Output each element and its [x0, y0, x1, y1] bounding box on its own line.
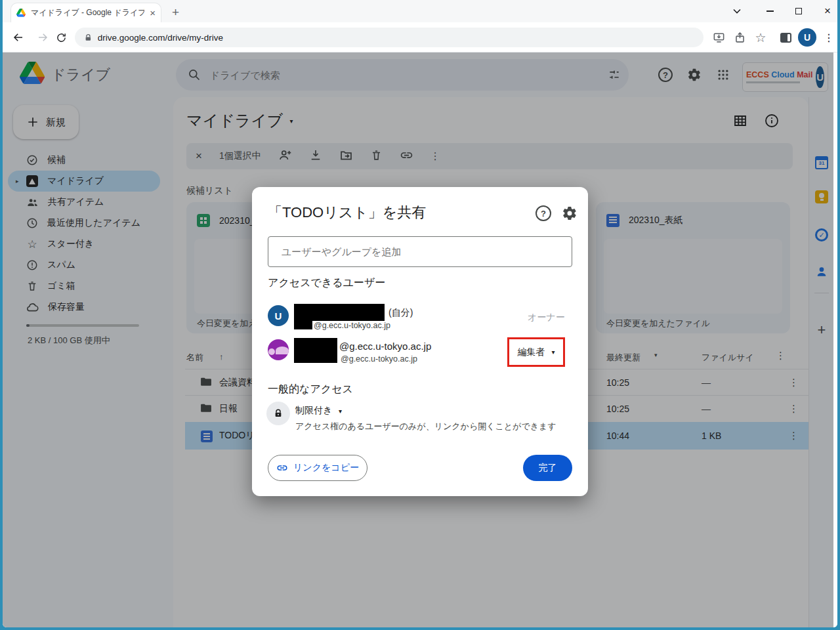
- editor-email: @g.ecc.u-tokyo.ac.jp: [341, 354, 417, 364]
- drive-favicon: [16, 9, 26, 17]
- titlebar: マイドライブ - Google ドライブ × + ×: [3, 0, 837, 22]
- window-minimize-button[interactable]: [761, 4, 778, 18]
- editor-role-dropdown-highlighted[interactable]: 編集者 ▾: [507, 337, 565, 367]
- restricted-lock-icon: [266, 402, 290, 425]
- tab-close-icon[interactable]: ×: [150, 8, 156, 18]
- general-access-dropdown[interactable]: 制限付き: [295, 405, 332, 417]
- general-access-header: 一般的なアクセス: [268, 383, 353, 396]
- chevron-down-icon[interactable]: ▾: [339, 408, 342, 415]
- people-with-access-header: アクセスできるユーザー: [268, 276, 385, 290]
- back-icon[interactable]: [11, 30, 26, 45]
- reload-icon[interactable]: [54, 30, 68, 45]
- editor-name-email: @g.ecc.u-tokyo.ac.jp: [339, 341, 431, 352]
- forward-icon[interactable]: [35, 30, 50, 45]
- owner-email: @g.ecc.u-tokyo.ac.jp: [314, 321, 390, 330]
- scrollbar-track[interactable]: [833, 52, 837, 627]
- browser-tab[interactable]: マイドライブ - Google ドライブ ×: [10, 3, 161, 22]
- owner-self-suffix: (自分): [388, 307, 413, 319]
- copy-link-button[interactable]: リンクをコピー: [268, 455, 368, 481]
- share-dialog: 「TODOリスト」を共有 ? アクセスできるユーザー U (自分) @g.ecc…: [252, 187, 588, 496]
- window-frame: マイドライブ - Google ドライブ × + × ☆ U ⋮ ドライブ: [0, 0, 840, 630]
- side-panel-icon[interactable]: [778, 30, 793, 45]
- dialog-title: 「TODOリスト」を共有: [268, 203, 426, 222]
- chevron-down-icon: ▾: [551, 348, 555, 356]
- owner-role-label: オーナー: [528, 312, 565, 324]
- browser-toolbar: ☆ U ⋮: [3, 22, 837, 52]
- redacted-owner-email-prefix: [294, 321, 312, 329]
- window-chevron-icon[interactable]: [728, 4, 746, 18]
- link-icon: [276, 462, 288, 474]
- add-people-input[interactable]: [268, 236, 572, 267]
- url-input[interactable]: [98, 33, 694, 43]
- window-maximize-button[interactable]: [790, 4, 807, 18]
- drive-page: ドライブ ? ECCS Cloud Mail U: [3, 52, 837, 627]
- dialog-help-icon[interactable]: ?: [536, 205, 551, 221]
- redacted-editor-name: [294, 338, 337, 363]
- install-icon[interactable]: [711, 30, 726, 45]
- redacted-owner-name: [294, 304, 385, 321]
- done-button[interactable]: 完了: [523, 455, 572, 481]
- browser-window: マイドライブ - Google ドライブ × + × ☆ U ⋮ ドライブ: [3, 0, 837, 627]
- general-access-description: アクセス権のあるユーザーのみが、リンクから開くことができます: [295, 421, 556, 432]
- dialog-settings-gear-icon[interactable]: [562, 205, 578, 224]
- address-bar[interactable]: [75, 28, 704, 47]
- share-icon[interactable]: [732, 30, 747, 45]
- window-close-button[interactable]: ×: [819, 4, 836, 18]
- editor-avatar: [268, 339, 289, 360]
- copy-link-label: リンクをコピー: [293, 462, 359, 474]
- browser-profile-avatar[interactable]: U: [798, 28, 816, 47]
- https-lock-icon: [84, 33, 93, 42]
- browser-menu-icon[interactable]: ⋮: [822, 30, 836, 45]
- owner-avatar: U: [268, 305, 289, 326]
- bookmark-star-icon[interactable]: ☆: [753, 30, 768, 45]
- new-tab-button[interactable]: +: [172, 5, 179, 20]
- tab-title: マイドライブ - Google ドライブ: [31, 7, 144, 18]
- editor-role-label: 編集者: [517, 346, 545, 358]
